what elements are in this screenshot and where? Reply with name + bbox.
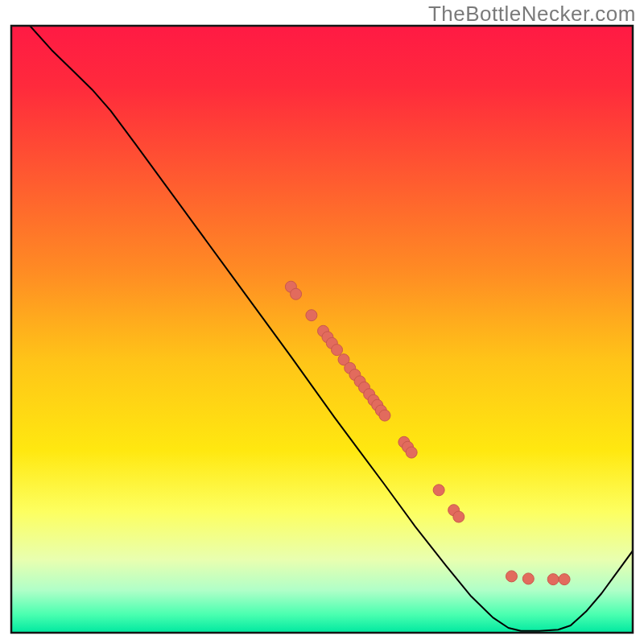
scatter-point [433,485,444,496]
bottleneck-chart [0,0,644,644]
scatter-point [332,345,343,356]
watermark-text: TheBottleNecker.com [428,2,636,27]
scatter-point [559,574,570,585]
scatter-point [379,410,390,421]
scatter-point [406,447,417,458]
scatter-point [547,574,559,585]
scatter-point [453,511,464,522]
scatter-point [291,288,302,299]
scatter-point [522,573,534,584]
chart-container: TheBottleNecker.com [0,0,644,644]
scatter-point [306,310,317,321]
scatter-point [506,571,517,582]
